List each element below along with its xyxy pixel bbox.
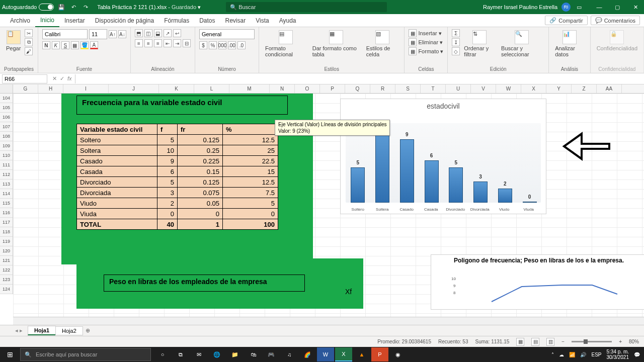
pegar-button[interactable]: 📋Pegar <box>4 29 23 52</box>
cut-icon[interactable]: ✂ <box>25 29 33 37</box>
number-format-select[interactable] <box>199 29 255 39</box>
row-header[interactable]: 106 <box>0 113 13 122</box>
estilos-celda-button[interactable]: ▧Estilos de celda <box>364 29 400 58</box>
row-header[interactable]: 115 <box>0 199 13 208</box>
copy-icon[interactable]: ⧉ <box>25 38 33 46</box>
fill-color-icon[interactable]: 🪣 <box>80 41 89 49</box>
percent-icon[interactable]: % <box>209 41 217 49</box>
align-center-icon[interactable]: ≡ <box>144 39 152 47</box>
chart-bar[interactable]: 3 <box>473 182 488 203</box>
tab-insertar[interactable]: Insertar <box>59 14 90 27</box>
add-sheet-button[interactable]: ⊕ <box>83 327 94 334</box>
col-header[interactable]: Y <box>546 84 572 93</box>
indent-dec-icon[interactable]: ⇤ <box>164 39 172 47</box>
tab-archivo[interactable]: Archivo <box>5 14 35 27</box>
zoom-slider[interactable] <box>572 341 612 342</box>
formato-icon[interactable]: ▦ <box>409 47 417 55</box>
tray-clock[interactable]: 5:34 p. m. 30/3/2021 <box>607 349 629 360</box>
row-header[interactable]: 116 <box>0 208 13 218</box>
taskbar-xbox-icon[interactable]: 🎮 <box>263 347 280 361</box>
chart-estadocivil[interactable]: estadocivil 510965320 SolteroSolteraCasa… <box>340 99 546 214</box>
undo-icon[interactable]: ↶ <box>69 3 78 12</box>
chart-bar[interactable]: 2 <box>498 189 512 203</box>
chart-bar[interactable]: 10 <box>375 132 389 203</box>
indent-inc-icon[interactable]: ⇥ <box>173 39 181 47</box>
col-header[interactable]: L <box>194 84 229 93</box>
taskbar-taskview-icon[interactable]: ⧉ <box>172 347 189 361</box>
row-header[interactable]: 107 <box>0 122 13 132</box>
borders-icon[interactable]: ▦ <box>71 41 79 49</box>
view-normal-icon[interactable]: ▦ <box>516 338 524 346</box>
col-header[interactable]: R <box>370 84 395 93</box>
inc-dec-icon[interactable]: .00 <box>228 41 236 49</box>
taskbar-edge-icon[interactable]: 🌐 <box>208 347 225 361</box>
eliminar-icon[interactable]: ▦ <box>409 38 417 46</box>
font-select[interactable] <box>42 29 88 39</box>
row-header[interactable]: 114 <box>0 189 13 199</box>
sheet-tab-hoja2[interactable]: Hoja2 <box>55 326 83 335</box>
font-color-icon[interactable]: A <box>90 41 98 49</box>
tab-ayuda[interactable]: Ayuda <box>274 14 301 27</box>
merge-icon[interactable]: ⊟ <box>183 39 191 47</box>
col-header[interactable]: V <box>471 84 496 93</box>
col-header[interactable]: O <box>295 84 320 93</box>
col-header[interactable]: M <box>229 84 270 93</box>
decrease-font-icon[interactable]: A↓ <box>118 30 126 38</box>
fx-icon[interactable]: fx <box>67 75 72 82</box>
col-header[interactable]: P <box>320 84 345 93</box>
align-right-icon[interactable]: ≡ <box>154 39 162 47</box>
col-header[interactable]: I <box>63 84 109 93</box>
tray-volume-icon[interactable]: 🔊 <box>580 352 586 357</box>
row-header[interactable]: 117 <box>0 218 13 227</box>
currency-icon[interactable]: $ <box>199 41 207 49</box>
increase-font-icon[interactable]: A↑ <box>109 30 117 38</box>
chart-bar[interactable]: 5 <box>351 167 365 203</box>
comentarios-button[interactable]: 💬 Comentarios <box>591 16 640 25</box>
chart-bar[interactable]: 9 <box>400 139 414 203</box>
taskbar-search[interactable]: 🔍 Escribe aquí para buscar <box>20 348 151 361</box>
bold-icon[interactable]: N <box>42 41 50 49</box>
row-header[interactable]: 113 <box>0 179 13 189</box>
tab-revisar[interactable]: Revisar <box>220 14 251 27</box>
row-header[interactable]: 110 <box>0 151 13 160</box>
col-header[interactable]: N <box>270 84 295 93</box>
taskbar-cortana-icon[interactable]: ○ <box>154 347 171 361</box>
col-header[interactable]: AA <box>597 84 622 93</box>
col-header[interactable]: U <box>446 84 471 93</box>
name-box[interactable]: R66 <box>2 74 47 83</box>
taskbar-chrome-icon[interactable]: 🌈 <box>299 347 316 361</box>
col-header[interactable]: J <box>109 84 159 93</box>
orient-icon[interactable]: ↗ <box>164 29 172 37</box>
col-header[interactable]: G <box>13 84 38 93</box>
tab-inicio[interactable]: Inicio <box>35 14 59 27</box>
dec-dec-icon[interactable]: .0 <box>237 41 246 49</box>
zoom-level[interactable]: 80% <box>629 339 639 344</box>
cancel-fx-icon[interactable]: ✕ <box>52 75 57 82</box>
col-header[interactable]: K <box>159 84 194 93</box>
enter-fx-icon[interactable]: ✓ <box>60 75 64 82</box>
row-header[interactable]: 122 <box>0 265 13 275</box>
size-select[interactable] <box>89 29 107 39</box>
col-header[interactable]: S <box>395 84 421 93</box>
analizar-button[interactable]: 📊Analizar datos <box>553 29 586 58</box>
taskbar-vlc-icon[interactable]: ▲ <box>353 347 370 361</box>
compartir-button[interactable]: 🔗 Compartir <box>545 16 587 25</box>
taskbar-obs-icon[interactable]: ◉ <box>389 347 407 361</box>
chart-bar[interactable]: 5 <box>449 167 463 203</box>
tray-chevron-icon[interactable]: ˄ <box>551 352 554 357</box>
align-top-icon[interactable]: ⬒ <box>135 29 143 37</box>
row-header[interactable]: 120 <box>0 246 13 256</box>
thousands-icon[interactable]: 000 <box>218 41 226 49</box>
insertar-icon[interactable]: ▦ <box>409 29 417 37</box>
align-mid-icon[interactable]: ◫ <box>144 29 152 37</box>
tab-formulas[interactable]: Fórmulas <box>159 14 194 27</box>
row-header[interactable]: 119 <box>0 237 13 246</box>
col-header[interactable]: W <box>496 84 521 93</box>
avatar[interactable]: RI <box>561 3 571 12</box>
view-break-icon[interactable]: ▥ <box>546 338 554 346</box>
taskbar-explorer-icon[interactable]: 📁 <box>226 347 244 361</box>
taskbar-excel-icon[interactable]: X <box>335 347 352 361</box>
fill-icon[interactable]: ↧ <box>452 38 460 46</box>
col-header[interactable]: Q <box>345 84 370 93</box>
dar-formato-button[interactable]: ▦Dar formato como tabla <box>310 29 362 58</box>
